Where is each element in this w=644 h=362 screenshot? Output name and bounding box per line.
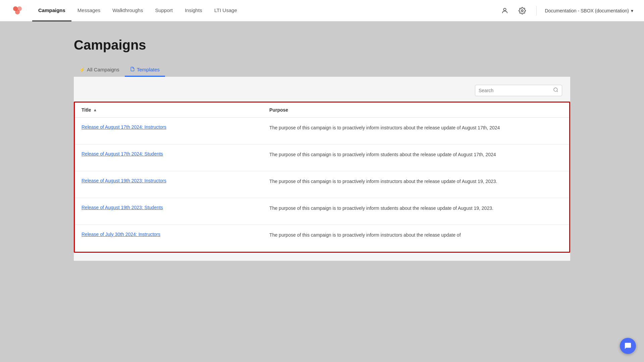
column-header-title[interactable]: Title ▲ bbox=[75, 103, 263, 118]
svg-point-5 bbox=[554, 88, 557, 92]
search-row bbox=[74, 85, 570, 102]
org-selector[interactable]: Documentation - SBOX (documentation) ▾ bbox=[545, 8, 633, 13]
nav-insights[interactable]: Insights bbox=[179, 0, 208, 21]
column-header-purpose: Purpose bbox=[263, 103, 569, 118]
templates-table-wrapper: Title ▲ Purpose Release of August 17th 2… bbox=[74, 102, 570, 253]
template-link-0[interactable]: Release of August 17th 2024: Instructors bbox=[82, 124, 166, 130]
table-cell-purpose: The purpose of this campaign is to proac… bbox=[263, 118, 569, 144]
search-container bbox=[475, 85, 562, 96]
table-header-row: Title ▲ Purpose bbox=[75, 103, 569, 118]
table-cell-purpose: The purpose of this campaign is to proac… bbox=[263, 225, 569, 252]
chevron-down-icon: ▾ bbox=[631, 8, 633, 13]
purpose-text-0: The purpose of this campaign is to proac… bbox=[269, 125, 500, 130]
tab-all-campaigns-label: All Campaigns bbox=[87, 67, 119, 72]
table-row: Release of August 19th 2023: Students Th… bbox=[75, 198, 569, 225]
svg-line-6 bbox=[557, 91, 558, 92]
main-content: Campaigns ⚡ All Campaigns Templates bbox=[0, 21, 644, 362]
purpose-text-4: The purpose of this campaign is to proac… bbox=[269, 232, 461, 238]
table-row: Release of August 17th 2024: Instructors… bbox=[75, 118, 569, 144]
nav-divider bbox=[536, 6, 537, 15]
table-row: Release of August 19th 2023: Instructors… bbox=[75, 171, 569, 198]
sort-icon: ▲ bbox=[93, 108, 97, 112]
campaign-tabs: ⚡ All Campaigns Templates bbox=[74, 63, 570, 77]
svg-point-4 bbox=[522, 10, 524, 12]
table-cell-purpose: The purpose of this campaign is to proac… bbox=[263, 171, 569, 198]
table-row: Release of August 17th 2024: Students Th… bbox=[75, 144, 569, 171]
nav-messages[interactable]: Messages bbox=[71, 0, 106, 21]
table-cell-purpose: The purpose of this campaign is to proac… bbox=[263, 198, 569, 225]
table-area: Title ▲ Purpose Release of August 17th 2… bbox=[74, 77, 570, 261]
table-cell-purpose: The purpose of this campaign is to proac… bbox=[263, 144, 569, 171]
template-link-2[interactable]: Release of August 19th 2023: Instructors bbox=[82, 178, 166, 183]
svg-point-3 bbox=[504, 8, 506, 10]
page-title: Campaigns bbox=[74, 38, 570, 53]
document-icon bbox=[130, 67, 135, 72]
nav-campaigns[interactable]: Campaigns bbox=[32, 0, 71, 21]
table-cell-title: Release of August 19th 2023: Students bbox=[75, 198, 263, 225]
lightning-icon: ⚡ bbox=[79, 67, 85, 72]
nav-right: Documentation - SBOX (documentation) ▾ bbox=[499, 5, 633, 17]
nav-support[interactable]: Support bbox=[149, 0, 179, 21]
table-row: Release of July 30th 2024: Instructors T… bbox=[75, 225, 569, 252]
search-icon[interactable] bbox=[553, 87, 558, 94]
top-navigation: Campaigns Messages Walkthroughs Support … bbox=[0, 0, 644, 21]
column-purpose-label: Purpose bbox=[269, 107, 288, 113]
table-cell-title: Release of August 17th 2024: Students bbox=[75, 144, 263, 171]
table-cell-title: Release of July 30th 2024: Instructors bbox=[75, 225, 263, 252]
settings-icon-button[interactable] bbox=[516, 5, 528, 17]
tab-templates-label: Templates bbox=[137, 67, 160, 72]
column-title-label: Title bbox=[82, 107, 91, 113]
tab-all-campaigns[interactable]: ⚡ All Campaigns bbox=[74, 63, 125, 77]
template-link-1[interactable]: Release of August 17th 2024: Students bbox=[82, 151, 163, 157]
table-cell-title: Release of August 19th 2023: Instructors bbox=[75, 171, 263, 198]
purpose-text-2: The purpose of this campaign is to proac… bbox=[269, 179, 497, 184]
app-logo[interactable] bbox=[11, 4, 24, 17]
nav-lti-usage[interactable]: LTI Usage bbox=[208, 0, 243, 21]
svg-point-2 bbox=[15, 10, 20, 14]
templates-table: Title ▲ Purpose Release of August 17th 2… bbox=[75, 103, 569, 252]
purpose-text-3: The purpose of this campaign is to proac… bbox=[269, 205, 493, 211]
table-cell-title: Release of August 17th 2024: Instructors bbox=[75, 118, 263, 144]
template-link-4[interactable]: Release of July 30th 2024: Instructors bbox=[82, 232, 160, 237]
tab-templates[interactable]: Templates bbox=[125, 63, 165, 77]
nav-links: Campaigns Messages Walkthroughs Support … bbox=[32, 0, 499, 21]
purpose-text-1: The purpose of this campaign is to proac… bbox=[269, 152, 496, 157]
org-label: Documentation - SBOX (documentation) bbox=[545, 8, 629, 13]
nav-walkthroughs[interactable]: Walkthroughs bbox=[106, 0, 149, 21]
search-input[interactable] bbox=[479, 88, 550, 93]
user-icon-button[interactable] bbox=[499, 5, 511, 17]
template-link-3[interactable]: Release of August 19th 2023: Students bbox=[82, 205, 163, 210]
